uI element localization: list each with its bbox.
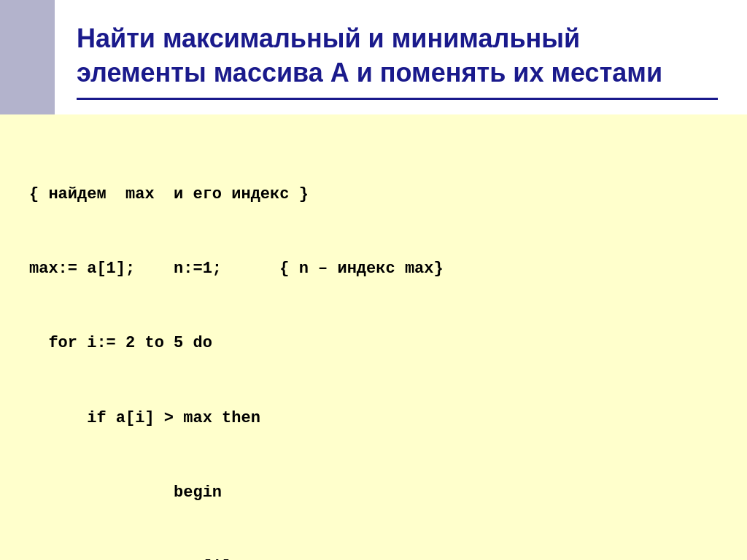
code-line-1: { найдем max и его индекс } xyxy=(29,182,718,207)
title-line1: Найти максимальный и минимальный xyxy=(77,23,580,53)
code-line-4: if a[i] > max then xyxy=(29,406,718,431)
slide: Найти максимальный и минимальный элемент… xyxy=(0,0,747,560)
code-section: { найдем max и его индекс } max:= a[1]; … xyxy=(0,114,747,560)
code-block: { найдем max и его индекс } max:= a[1]; … xyxy=(29,133,718,560)
slide-title: Найти максимальный и минимальный элемент… xyxy=(77,22,718,100)
code-line-2: max:= a[1]; n:=1; { n – индекс max} xyxy=(29,257,718,281)
title-area: Найти максимальный и минимальный элемент… xyxy=(55,0,747,114)
code-line-6: max:=a[i]; xyxy=(29,555,718,560)
title-line2: элементы массива А и поменять их местами xyxy=(77,58,662,88)
code-line-3: for i:= 2 to 5 do xyxy=(29,331,718,356)
top-section: Найти максимальный и минимальный элемент… xyxy=(0,0,747,114)
code-line-5: begin xyxy=(29,481,718,505)
left-bar xyxy=(0,0,55,114)
